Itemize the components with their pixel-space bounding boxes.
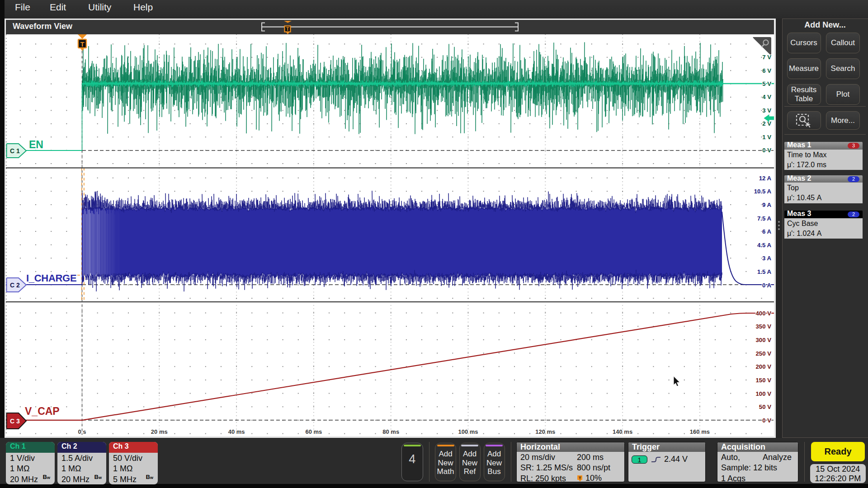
svg-text:C 2: C 2 xyxy=(10,281,20,288)
svg-text:160 ms: 160 ms xyxy=(690,428,710,435)
svg-text:T: T xyxy=(80,40,84,47)
svg-text:7.5 A: 7.5 A xyxy=(757,215,772,221)
svg-text:EN: EN xyxy=(29,138,43,150)
svg-text:2 V: 2 V xyxy=(762,120,771,127)
svg-text:400 V: 400 V xyxy=(756,310,772,316)
svg-text:0 s: 0 s xyxy=(78,428,86,435)
svg-text:V_CAP: V_CAP xyxy=(25,405,60,417)
svg-text:120 ms: 120 ms xyxy=(535,428,555,435)
svg-text:4 V: 4 V xyxy=(762,94,771,100)
svg-text:10.5 A: 10.5 A xyxy=(754,188,772,195)
svg-text:9 A: 9 A xyxy=(762,201,772,208)
svg-text:100 ms: 100 ms xyxy=(458,428,478,435)
svg-text:50 V: 50 V xyxy=(759,404,771,410)
svg-text:C 3: C 3 xyxy=(10,417,20,424)
svg-text:C 1: C 1 xyxy=(10,147,20,154)
svg-text:1.5 A: 1.5 A xyxy=(757,268,772,275)
svg-text:40 ms: 40 ms xyxy=(228,428,245,435)
svg-text:7 V: 7 V xyxy=(762,54,771,61)
svg-text:5 V: 5 V xyxy=(762,80,771,87)
svg-text:1 V: 1 V xyxy=(762,133,771,140)
svg-text:3 V: 3 V xyxy=(762,107,771,113)
svg-text:250 V: 250 V xyxy=(756,350,772,357)
svg-text:350 V: 350 V xyxy=(756,323,772,330)
svg-text:60 ms: 60 ms xyxy=(305,428,322,435)
svg-text:0 V: 0 V xyxy=(762,147,771,154)
svg-text:6 A: 6 A xyxy=(762,228,772,235)
svg-text:140 ms: 140 ms xyxy=(613,428,632,435)
svg-text:80 ms: 80 ms xyxy=(382,428,399,435)
svg-text:3 A: 3 A xyxy=(762,255,772,262)
svg-text:0 V: 0 V xyxy=(762,417,771,423)
svg-text:T: T xyxy=(579,476,581,480)
svg-text:100 V: 100 V xyxy=(756,390,772,397)
svg-text:150 V: 150 V xyxy=(756,376,772,383)
svg-text:I_CHARGE: I_CHARGE xyxy=(26,272,76,283)
svg-text:4.5 A: 4.5 A xyxy=(757,241,772,248)
svg-text:12 A: 12 A xyxy=(759,174,772,181)
svg-text:6 V: 6 V xyxy=(762,67,771,74)
svg-text:0 A: 0 A xyxy=(762,282,772,288)
svg-text:300 V: 300 V xyxy=(756,336,772,343)
svg-text:20 ms: 20 ms xyxy=(151,428,168,435)
svg-text:200 V: 200 V xyxy=(756,363,772,370)
svg-text:T: T xyxy=(286,26,289,32)
